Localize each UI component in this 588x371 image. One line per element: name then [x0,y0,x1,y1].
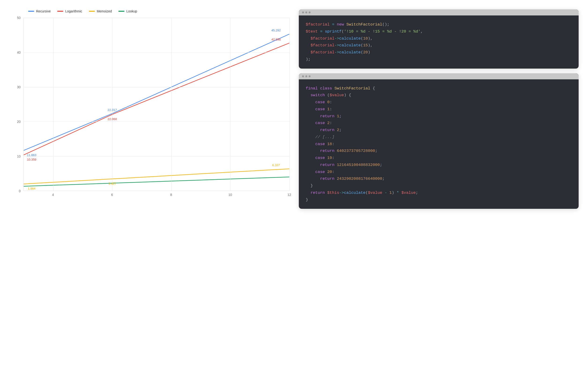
plot-area: 11.66322.31745.29210.35922.06842.6961.96… [23,18,289,191]
window-dot-icon [305,11,307,13]
code-token-kw: return [320,163,335,167]
x-axis: 4681012 [23,191,289,200]
code-token-kw: case [315,170,325,174]
code-token-var: $text [306,29,318,34]
code-token-op: -> [335,43,339,48]
code-token-num: 1 [337,114,339,119]
code-token-punct: ( [342,29,344,34]
code-token-punct: ) [368,50,370,55]
data-label: 3.427 [108,182,116,185]
code-token-kw: case [315,107,325,111]
legend-swatch-icon [89,11,95,12]
code-token-kw: case [315,156,325,160]
code-body-class[interactable]: final class SwitchFactorial { switch ($v… [299,79,579,209]
code-token-op: -> [339,191,344,195]
code-token-var: $value [330,93,344,97]
data-label: 45.292 [271,29,281,32]
code-token-type: SwitchFactorial [335,86,370,90]
code-token-punct: ; [382,177,385,181]
chart-svg [24,18,289,191]
legend-label: Lookup [126,9,137,13]
window-titlebar [299,9,579,15]
code-token-punct: : [332,142,335,146]
code-token-kw: return [320,149,335,153]
grid-line-horizontal [24,52,289,53]
code-token-var: $factorial [311,43,335,48]
code-token-fn: calculate [339,36,361,41]
code-token-kw: return [320,114,335,119]
data-label: 1.964 [28,187,36,190]
code-token-var: $factorial [311,36,335,41]
code-token-op: - [385,191,387,195]
code-token-var: $factorial [306,22,330,27]
legend-label: Logarithmic [65,9,82,13]
code-token-fn: calculate [339,50,361,55]
data-label: 10.359 [27,158,36,161]
code-token-var: $value [368,191,382,195]
code-token-kw: class [320,86,332,90]
code-token-kw: switch [311,93,325,97]
series-line-logarithmic [24,43,289,155]
data-label: 11.663 [27,153,36,157]
code-token-comment: // [...] [315,135,335,139]
code-token-kw: case [315,121,325,125]
legend-item-recursive[interactable]: Recursive [28,9,51,13]
x-axis-tick: 10 [229,193,232,197]
code-token-num: 18 [327,142,332,146]
y-axis-tick: 50 [17,16,21,20]
code-token-var: $value [401,191,416,195]
legend-item-memoized[interactable]: Memoized [89,9,112,13]
code-token-num: 2 [337,128,339,132]
chart-legend: RecursiveLogarithmicMemoizedLookup [9,9,289,13]
code-token-punct: ; [339,114,341,119]
code-panel: $factorial = new SwitchFactorial(); $tex… [299,9,579,209]
grid-line-vertical [230,18,231,191]
code-token-var: $factorial [311,50,335,55]
code-token-kw: final [306,86,318,90]
window-dot-icon [302,11,304,13]
y-axis: 01020304050 [9,18,23,191]
window-dot-icon [302,75,304,77]
data-label: 22.068 [108,117,117,121]
y-axis-tick: 0 [19,189,21,193]
code-token-punct: ), [368,36,373,41]
y-axis-tick: 20 [17,120,21,124]
code-token-op: * [397,191,399,195]
code-token-num: 1 [327,107,329,111]
code-token-kw: return [320,177,335,181]
chart-area: 01020304050 11.66322.31745.29210.35922.0… [9,18,289,200]
code-token-punct: ), [368,43,373,48]
grid-line-vertical [53,18,53,191]
code-body-usage[interactable]: $factorial = new SwitchFactorial(); $tex… [299,15,579,69]
grid-line-vertical [112,18,113,191]
code-token-punct: { [373,86,375,90]
window-titlebar [299,73,579,79]
code-token-punct: : [332,170,335,174]
code-token-type: SwitchFactorial [346,22,382,27]
y-axis-tick: 40 [17,50,21,54]
y-axis-tick: 10 [17,154,21,158]
code-token-punct: ) { [344,93,351,97]
legend-item-lookup[interactable]: Lookup [118,9,137,13]
code-token-punct: ; [380,163,382,167]
code-token-kw: return [311,191,325,195]
grid-line-horizontal [24,156,289,156]
code-token-punct: ; [375,149,377,153]
grid-line-horizontal [24,87,289,87]
code-token-punct: ( [366,191,368,195]
code-token-punct: ( [325,93,329,97]
code-token-punct: : [330,121,332,125]
code-token-punct: ; [416,191,418,195]
code-token-num: 2432902008176640000 [337,177,382,181]
code-token-op: = [320,29,323,34]
x-axis-tick: 6 [111,193,113,197]
chart-panel: RecursiveLogarithmicMemoizedLookup 01020… [9,9,289,209]
code-token-punct: } [311,183,313,188]
legend-item-logarithmic[interactable]: Logarithmic [57,9,82,13]
code-token-num: 20 [327,170,332,174]
window-dot-icon [309,75,311,77]
data-label: 22.317 [108,108,117,111]
code-token-kw: return [320,128,335,132]
window-dot-icon [309,11,311,13]
code-token-punct: ); [306,57,311,61]
